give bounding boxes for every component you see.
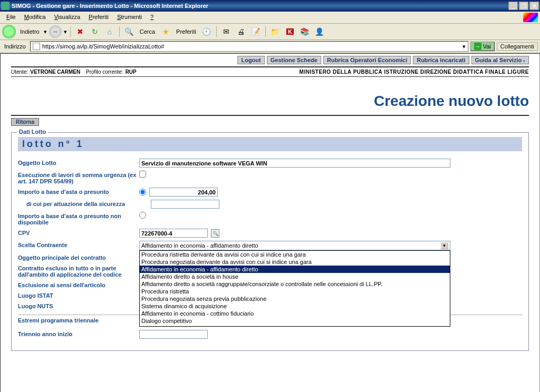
option[interactable]: Affidamento diretto a società in house xyxy=(140,273,450,280)
close-button[interactable]: ✕ xyxy=(529,2,539,10)
page-title: Creazione nuovo lotto xyxy=(11,77,529,115)
utente-label: Utente: xyxy=(11,69,28,75)
dropdown-arrow-icon[interactable]: ▼ xyxy=(440,242,448,249)
top-nav: Logout Gestione Schede Rubrica Operatori… xyxy=(11,54,529,66)
address-bar: Indirizzo https://simog.avlp.it/SimogWeb… xyxy=(0,40,540,53)
search-label: Cerca xyxy=(138,28,157,35)
select-scelta-list: Procedura ristretta derivante da avvisi … xyxy=(139,250,450,327)
label-scelta: Scelta Contraente xyxy=(18,241,139,248)
go-arrow-icon: → xyxy=(474,43,481,50)
menu-file[interactable]: File xyxy=(2,13,20,22)
input-sicurezza[interactable] xyxy=(151,200,219,209)
option[interactable]: Procedura negoziata derivante da avvisi … xyxy=(140,258,450,266)
menu-preferiti[interactable]: Preferiti xyxy=(84,13,113,22)
label-nuts: Luogo NUTS xyxy=(18,302,139,309)
home-button[interactable]: ⌂ xyxy=(103,25,116,38)
label-istat: Luogo ISTAT xyxy=(18,291,139,299)
label-oggetto: Oggetto Lotto xyxy=(18,159,139,166)
ritorna-button[interactable]: Ritorna xyxy=(11,118,39,126)
utente-value: VETRONE CARMEN xyxy=(30,69,80,75)
refresh-button[interactable]: ↻ xyxy=(89,25,101,38)
label-sicurezza: di cui per attuazione della sicurezza xyxy=(18,200,139,207)
window-titlebar: SIMOG - Gestione gare - Inserimento Lott… xyxy=(0,0,540,12)
antivirus-icon[interactable]: K xyxy=(284,25,296,38)
go-label: Vai xyxy=(483,43,491,50)
option[interactable]: Procedura negoziata previa pubblicazione xyxy=(140,325,450,327)
profilo-label: Profilo corrente: xyxy=(86,69,123,75)
label-oggetto-principale: Oggetto principale del contratto xyxy=(18,253,139,261)
content-area: Logout Gestione Schede Rubrica Operatori… xyxy=(0,53,540,392)
back-dropdown-icon[interactable]: ▾ xyxy=(44,28,47,35)
favorites-label: Preferiti xyxy=(174,28,198,35)
checkbox-urgenza[interactable] xyxy=(139,171,146,178)
restore-button[interactable]: ❐ xyxy=(519,2,528,10)
nav-rubrica-incaricati[interactable]: Rubrica incaricati xyxy=(413,56,469,64)
address-url: https://simog.avlp.it/SimogWeb/inizializ… xyxy=(42,43,165,50)
option[interactable]: Procedura ristretta xyxy=(140,288,450,295)
print-button[interactable]: 🖨 xyxy=(235,25,247,38)
address-label: Indirizzo xyxy=(2,43,28,50)
menu-modifica[interactable]: Modifica xyxy=(20,13,50,22)
forward-button[interactable]: → xyxy=(49,25,62,38)
input-triennio[interactable] xyxy=(139,330,208,339)
go-button[interactable]: → Vai xyxy=(470,42,495,51)
links-button[interactable]: Collegamenti xyxy=(497,42,538,51)
research-button[interactable]: 📚 xyxy=(298,25,311,38)
option[interactable]: Procedura negoziata senza previa pubblic… xyxy=(140,295,450,302)
address-input[interactable]: https://simog.avlp.it/SimogWeb/inizializ… xyxy=(30,41,468,52)
back-label: Indietro xyxy=(18,28,42,35)
mail-button[interactable]: ✉ xyxy=(220,25,233,38)
menu-strumenti[interactable]: Strumenti xyxy=(113,13,146,22)
user-info-bar: Utente: VETRONE CARMEN Profilo corrente:… xyxy=(11,66,529,77)
search-button[interactable]: 🔍 xyxy=(123,25,136,38)
label-triennio: Triennio anno inizio xyxy=(18,330,139,337)
menu-visualizza[interactable]: Visualizza xyxy=(50,13,84,22)
messenger-button[interactable]: 👤 xyxy=(313,25,326,38)
nav-guida[interactable]: Guida al Servizio xyxy=(471,56,529,64)
label-urgenza: Esecuzione di lavori di somma urgenza (e… xyxy=(18,171,139,184)
minimize-button[interactable]: _ xyxy=(508,2,518,10)
option-selected[interactable]: Affidamento in economia - affidamento di… xyxy=(140,266,450,273)
page-icon xyxy=(33,43,40,50)
input-importo[interactable] xyxy=(149,188,218,197)
label-escluso: Contratto escluso in tutto o in parte da… xyxy=(18,264,139,278)
label-cpv: CPV xyxy=(18,229,139,236)
dati-lotto-fieldset: Dati Lotto lotto n° 1 Oggetto Lotto Esec… xyxy=(11,132,529,351)
nav-logout[interactable]: Logout xyxy=(237,56,264,64)
option[interactable]: Affidamento diretto a società raggruppat… xyxy=(140,280,450,288)
menu-help[interactable]: ? xyxy=(146,13,158,22)
lotto-header: lotto n° 1 xyxy=(18,137,522,151)
option[interactable]: Sistema dinamico di acquisizione xyxy=(140,302,450,310)
ie-logo-icon xyxy=(523,13,538,22)
stop-button[interactable]: ✖ xyxy=(74,25,86,38)
org-name: MINISTERO DELLA PUBBLICA ISTRUZIONE DIRE… xyxy=(300,69,529,75)
history-button[interactable]: 🕘 xyxy=(200,25,213,38)
select-scelta-contraente[interactable]: Affidamento in economia - affidamento di… xyxy=(139,241,450,250)
forward-dropdown-icon[interactable]: ▾ xyxy=(64,28,67,35)
radio-importo-nd[interactable] xyxy=(139,212,146,219)
option[interactable]: Procedura ristretta derivante da avvisi … xyxy=(140,251,450,258)
option[interactable]: Affidamento in economia - cottimo fiduci… xyxy=(140,310,450,317)
input-oggetto[interactable] xyxy=(139,159,450,168)
address-dropdown-icon[interactable]: ▾ xyxy=(462,43,466,50)
fieldset-legend: Dati Lotto xyxy=(17,129,48,135)
toolbar: ← Indietro ▾ → ▾ ✖ ↻ ⌂ 🔍 Cerca ★ Preferi… xyxy=(0,24,540,40)
label-esclusione-art: Esclusione ai sensi dell'articolo xyxy=(18,281,139,288)
select-scelta-value: Affidamento in economia - affidamento di… xyxy=(141,242,258,249)
radio-importo[interactable] xyxy=(139,189,146,195)
profilo-value: RUP xyxy=(126,69,137,75)
edit-button[interactable]: 📝 xyxy=(249,25,262,38)
menubar: File Modifica Visualizza Preferiti Strum… xyxy=(0,12,540,24)
label-importo: Importo a base d'asta o presunto xyxy=(18,188,139,195)
nav-rubrica-operatori[interactable]: Rubrica Operatori Economici xyxy=(323,56,411,64)
folder-button[interactable]: 📁 xyxy=(269,25,282,38)
cpv-lookup-button[interactable]: 🔍 xyxy=(211,229,219,238)
app-icon xyxy=(1,2,9,10)
option[interactable]: Dialogo competitivo xyxy=(140,317,450,325)
label-importo-nd: Importo a base d'asta o presunto non dis… xyxy=(18,212,139,226)
favorites-button[interactable]: ★ xyxy=(159,25,172,38)
nav-gestione-schede[interactable]: Gestione Schede xyxy=(267,56,321,64)
back-button[interactable]: ← xyxy=(2,25,16,38)
window-title: SIMOG - Gestione gare - Inserimento Lott… xyxy=(12,3,508,9)
input-cpv[interactable] xyxy=(139,229,208,238)
